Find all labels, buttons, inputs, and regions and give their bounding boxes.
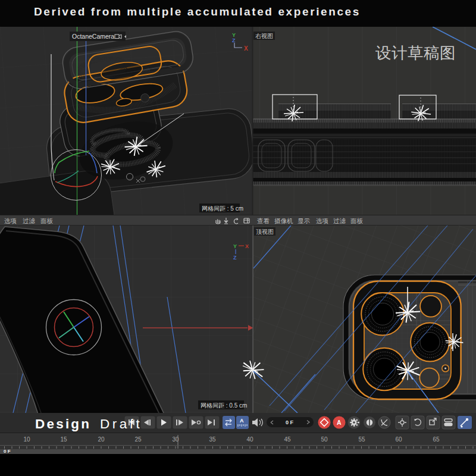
svg-text:OctaneCamera: OctaneCamera [72,33,114,40]
svg-text:0 F: 0 F [286,419,294,425]
svg-text:X: X [244,45,248,52]
svg-text:网格间距 : 0.5 cm: 网格间距 : 0.5 cm [201,402,247,409]
svg-text:设计草稿图: 设计草稿图 [375,44,456,62]
svg-text:A: A [337,419,342,426]
svg-text:网格间距 : 5 cm: 网格间距 : 5 cm [202,205,243,212]
svg-text:Z: Z [233,255,237,261]
svg-text:右视图: 右视图 [255,33,273,39]
svg-text:Y: Y [233,243,237,249]
svg-text:X: X [245,243,249,249]
svg-text:Z: Z [232,37,236,43]
svg-text:顶视图: 顶视图 [256,228,274,235]
svg-text:A: A [240,418,244,424]
